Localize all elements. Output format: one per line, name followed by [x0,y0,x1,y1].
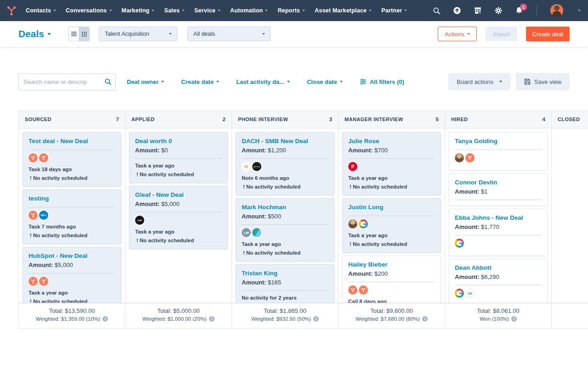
deal-card[interactable]: Deal worth 0Amount: $0Task a year ago! N… [129,132,228,183]
deal-card[interactable]: Hailey BieberAmount: $200Call 8 days ago… [342,256,441,303]
board-column-phone-interview: PHONE INTERVIEW3DACH - SMB New DealAmoun… [232,111,338,328]
filter-create-date[interactable]: Create date [181,78,219,85]
deal-title-link[interactable]: Justin Long [348,203,435,212]
search-input[interactable] [18,73,116,90]
chevron-down-icon [152,10,154,11]
pinterest-logo-avatar-icon: P [348,162,357,171]
user-menu-chevron-down-icon[interactable] [578,10,581,11]
deal-amount: Amount: $165 [242,278,328,287]
nav-item-marketing[interactable]: Marketing [122,7,155,14]
filter-label: Close date [307,78,337,85]
info-icon[interactable]: i [511,316,517,322]
deal-title-link[interactable]: Ebba Johns - New Deal [455,213,542,223]
filter-deal-owner[interactable]: Deal owner [127,78,164,85]
deal-avatars [348,219,435,229]
filter-last-activity-da[interactable]: Last activity da... [236,78,290,85]
column-name: MANAGER INTERVIEW [345,117,403,122]
upload-circle-icon[interactable] [453,6,461,15]
actions-button[interactable]: Actions [438,27,477,41]
deal-title-link[interactable]: Dean Abbott [455,263,542,273]
column-footer: Total: $9,600.00Weighted: $7,680.00 (80%… [339,303,445,328]
user-avatar[interactable] [550,4,563,17]
deal-title-link[interactable]: Julie Rose [348,137,435,146]
deal-title-link[interactable]: Gleaf - New Deal [135,190,222,200]
create-deal-button[interactable]: Create deal [526,27,570,41]
column-count: 2 [223,117,226,122]
board-actions-button[interactable]: Board actions [448,73,510,90]
page-title-dropdown[interactable]: Deals [18,28,51,39]
nav-item-contacts[interactable]: Contacts [26,7,56,14]
deal-no-activity-warning: ! No activity scheduled [28,232,115,239]
import-button-label: Import [493,31,510,38]
deal-title-link[interactable]: Tristan King [242,269,328,278]
chevron-down-icon [499,81,502,83]
nav-item-label: Service [194,7,215,14]
deal-amount-label: Amount: [242,147,266,154]
deal-card[interactable]: DACH - SMB New DealAmount: $1,200WBYTIGN… [236,132,334,195]
deal-card[interactable]: Connor DevlinAmount: $1 [449,173,548,206]
import-button[interactable]: Import [486,27,517,41]
nav-item-partner[interactable]: Partner [381,7,407,14]
deal-card[interactable]: Julie RoseAmount: $700PTask a year ago! … [342,132,441,195]
deal-title-link[interactable]: Tanya Golding [455,137,542,146]
deal-title-link[interactable]: Mark Hochman [242,203,328,212]
deal-title-link[interactable]: Connor Devlin [455,178,542,187]
deal-card[interactable]: Mark HochmanAmount: $500LMTask a year ag… [236,198,334,262]
deal-card[interactable]: Ebba Johns - New DealAmount: $1,770 [449,209,548,256]
search-box [18,73,116,90]
chevron-down-icon [287,81,290,83]
column-total: Total: $9,600.00 [339,307,445,314]
column-name: CLOSED [558,117,580,122]
card-divider [348,216,435,216]
search-icon[interactable] [104,78,112,85]
deals-view-select[interactable]: All deals [187,27,271,41]
gleaf-logo-avatar-icon: Leaf [135,216,144,225]
column-count: 4 [543,117,545,122]
info-icon[interactable]: i [313,316,319,322]
pipeline-select[interactable]: Talent Acquisition [99,27,177,41]
deal-card[interactable]: Tristan KingAmount: $165No activity for … [236,264,334,303]
board-view-button[interactable] [79,27,89,41]
card-divider [348,282,435,282]
deal-title-link[interactable]: Deal worth 0 [135,137,222,146]
filter-close-date[interactable]: Close date [307,78,343,85]
deal-card[interactable]: Dean AbbottAmount: $6,29024 [449,259,548,303]
chevron-down-icon [161,81,164,83]
hubspot-logo-avatar-icon [28,153,38,162]
deal-title-link[interactable]: Hailey Bieber [348,260,435,269]
notifications-bell-icon[interactable]: 1 [515,6,523,15]
hubspot-logo-icon[interactable] [6,5,17,17]
list-view-button[interactable] [69,27,79,41]
deal-title-link[interactable]: DACH - SMB New Deal [242,137,328,146]
deal-card[interactable]: Justin LongTask a year ago! No activity … [342,198,441,253]
info-icon[interactable]: i [209,316,215,322]
deal-amount-label: Amount: [242,279,266,286]
dell-logo-avatar-icon: DELL [39,211,48,220]
board-column-hired: HIRED4Tanya GoldingConnor DevlinAmount: … [445,111,551,328]
deal-card[interactable]: HubSpot - New DealAmount: $5,000Task a y… [23,247,121,303]
deal-card[interactable]: Tanya Golding [449,132,548,171]
deal-title-link[interactable]: Test deal - New Deal [28,137,115,146]
search-icon[interactable] [432,6,441,15]
filter-sliders-icon [360,78,367,85]
marketplace-icon[interactable] [474,6,482,15]
deal-card[interactable]: Gleaf - New DealAmount: $5,000LeafTask a… [129,186,228,249]
nav-item-conversations[interactable]: Conversations [66,7,112,14]
settings-gear-icon[interactable] [494,6,503,15]
hubspot-logo-avatar-icon [28,211,38,220]
nav-item-automation[interactable]: Automation [230,7,268,14]
deal-title-link[interactable]: testing [28,194,115,203]
nav-item-asset-marketplace[interactable]: Asset Marketplace [315,7,372,14]
all-filters-button[interactable]: All filters (0) [360,78,404,85]
deal-title-link[interactable]: HubSpot - New Deal [28,251,115,261]
nav-item-sales[interactable]: Sales [164,7,185,14]
info-icon[interactable]: i [102,316,108,322]
save-view-button[interactable]: Save view [516,73,570,90]
deal-amount: Amount: $1,770 [455,223,542,231]
nav-item-service[interactable]: Service [194,7,220,14]
info-icon[interactable]: i [422,316,428,322]
google-logo-avatar-icon [455,239,464,248]
deal-card[interactable]: Test deal - New DealTask 18 days ago! No… [23,132,121,187]
nav-item-reports[interactable]: Reports [277,7,305,14]
deal-card[interactable]: testingDELLTask 7 months ago! No activit… [23,189,121,244]
